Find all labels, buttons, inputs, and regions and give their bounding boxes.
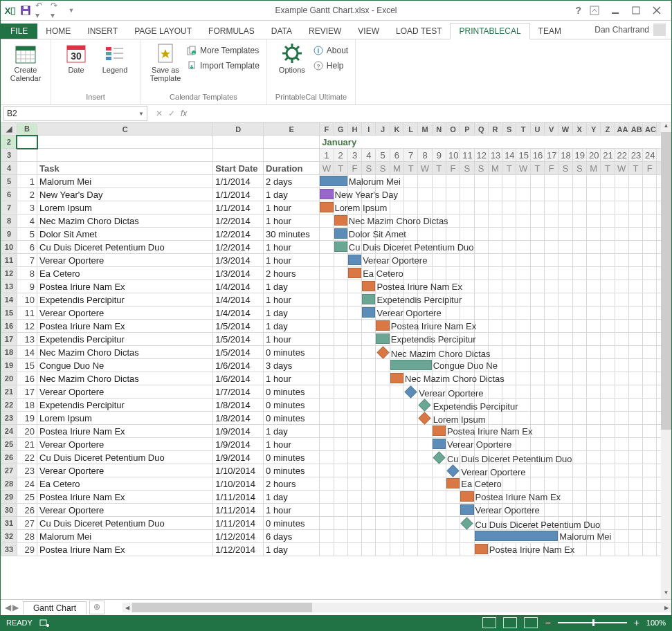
- task-name-cell[interactable]: Nec Mazim Choro Dictas: [37, 372, 213, 385]
- gantt-cell[interactable]: [615, 372, 628, 385]
- row-header[interactable]: 13: [1, 280, 17, 293]
- gantt-cell[interactable]: [628, 320, 642, 333]
- duration-cell[interactable]: 1 hour: [264, 438, 320, 451]
- gantt-cell[interactable]: [347, 451, 361, 464]
- col-header[interactable]: O: [446, 123, 460, 136]
- gantt-cell[interactable]: [432, 320, 446, 333]
- gantt-cell[interactable]: [586, 372, 600, 385]
- gantt-cell[interactable]: [572, 267, 586, 280]
- gantt-cell[interactable]: [601, 477, 615, 491]
- start-date-cell[interactable]: 1/2/2014: [213, 241, 264, 254]
- task-name-cell[interactable]: Postea Iriure Nam Ex: [37, 320, 213, 333]
- gantt-cell[interactable]: [474, 425, 488, 438]
- gantt-cell[interactable]: [362, 214, 376, 228]
- gantt-cell[interactable]: [347, 504, 361, 517]
- gantt-cell[interactable]: [586, 412, 600, 425]
- gantt-cell[interactable]: [516, 307, 530, 320]
- gantt-cell[interactable]: [376, 175, 390, 188]
- duration-cell[interactable]: 0 minutes: [264, 346, 320, 359]
- start-date-cell[interactable]: 1/2/2014: [213, 228, 264, 241]
- task-name-cell[interactable]: Cu Duis Diceret Petentium Duo: [37, 451, 213, 464]
- gantt-cell[interactable]: [628, 491, 642, 504]
- gantt-cell[interactable]: [404, 188, 418, 201]
- gantt-cell[interactable]: [334, 188, 347, 201]
- gantt-cell[interactable]: [572, 504, 586, 517]
- gantt-cell[interactable]: [643, 320, 657, 333]
- gantt-cell[interactable]: [572, 320, 586, 333]
- start-date-cell[interactable]: 1/7/2014: [213, 385, 264, 399]
- gantt-cell[interactable]: [418, 280, 432, 293]
- gantt-cell[interactable]: [643, 464, 657, 477]
- gantt-cell[interactable]: [404, 228, 418, 241]
- gantt-cell[interactable]: [516, 254, 530, 267]
- gantt-cell[interactable]: [347, 293, 361, 307]
- gantt-cell[interactable]: [376, 267, 390, 280]
- row-header[interactable]: 30: [1, 504, 17, 517]
- gantt-cell[interactable]: [446, 372, 460, 385]
- gantt-cell[interactable]: [460, 175, 474, 188]
- row-header[interactable]: 20: [1, 372, 17, 385]
- gantt-cell[interactable]: [502, 399, 516, 412]
- gantt-cell[interactable]: [488, 477, 502, 491]
- gantt-cell[interactable]: [488, 543, 502, 556]
- gantt-cell[interactable]: [516, 280, 530, 293]
- task-number[interactable]: 25: [17, 491, 37, 504]
- col-header[interactable]: C: [37, 123, 213, 136]
- gantt-cell[interactable]: [320, 254, 334, 267]
- gantt-cell[interactable]: [404, 477, 418, 491]
- col-header[interactable]: Y: [586, 123, 600, 136]
- gantt-cell[interactable]: [502, 201, 516, 214]
- gantt-cell[interactable]: [362, 543, 376, 556]
- gantt-cell[interactable]: [530, 188, 544, 201]
- gantt-milestone[interactable]: Expetendis Percipitur: [418, 399, 432, 412]
- gantt-cell[interactable]: [446, 359, 460, 372]
- gantt-cell[interactable]: [460, 412, 474, 425]
- gantt-cell[interactable]: [601, 438, 615, 451]
- gantt-cell[interactable]: [530, 399, 544, 412]
- gantt-cell[interactable]: [474, 188, 488, 201]
- gantt-cell[interactable]: [488, 399, 502, 412]
- gantt-cell[interactable]: [418, 254, 432, 267]
- gantt-cell[interactable]: [643, 425, 657, 438]
- gantt-cell[interactable]: [643, 477, 657, 491]
- gantt-cell[interactable]: [601, 320, 615, 333]
- row-header[interactable]: 22: [1, 399, 17, 412]
- gantt-cell[interactable]: [347, 228, 361, 241]
- gantt-cell[interactable]: [516, 438, 530, 451]
- gantt-cell[interactable]: [628, 359, 642, 372]
- gantt-cell[interactable]: [586, 464, 600, 477]
- gantt-cell[interactable]: [390, 228, 403, 241]
- start-date-cell[interactable]: 1/10/2014: [213, 477, 264, 491]
- more-templates-button[interactable]: +More Templates: [186, 44, 260, 57]
- gantt-cell[interactable]: [446, 320, 460, 333]
- spreadsheet-grid[interactable]: ◢BCDEFGHIJKLMNOPQRSTUVWXYZAAABACA2Januar…: [1, 122, 671, 556]
- gantt-cell[interactable]: [460, 359, 474, 372]
- gantt-cell[interactable]: [320, 385, 334, 399]
- gantt-cell[interactable]: [320, 214, 334, 228]
- close-icon[interactable]: [649, 3, 664, 17]
- gantt-cell[interactable]: [502, 241, 516, 254]
- gantt-cell[interactable]: [320, 293, 334, 307]
- task-number[interactable]: 4: [17, 214, 37, 228]
- gantt-cell[interactable]: [334, 359, 347, 372]
- start-date-cell[interactable]: 1/9/2014: [213, 451, 264, 464]
- gantt-bar[interactable]: Postea Iriure Nam Ex: [432, 425, 446, 438]
- gantt-cell[interactable]: [446, 438, 460, 451]
- gantt-cell[interactable]: [601, 241, 615, 254]
- gantt-cell[interactable]: [390, 438, 403, 451]
- gantt-cell[interactable]: [516, 214, 530, 228]
- gantt-cell[interactable]: [334, 517, 347, 530]
- gantt-cell[interactable]: [572, 241, 586, 254]
- gantt-cell[interactable]: [488, 254, 502, 267]
- start-date-cell[interactable]: 1/9/2014: [213, 438, 264, 451]
- gantt-cell[interactable]: [488, 307, 502, 320]
- gantt-cell[interactable]: [474, 451, 488, 464]
- gantt-cell[interactable]: [320, 280, 334, 293]
- gantt-cell[interactable]: [586, 399, 600, 412]
- gantt-cell[interactable]: [545, 491, 559, 504]
- gantt-cell[interactable]: [334, 254, 347, 267]
- gantt-cell[interactable]: [418, 491, 432, 504]
- gantt-cell[interactable]: [643, 412, 657, 425]
- duration-cell[interactable]: 2 hours: [264, 477, 320, 491]
- gantt-cell[interactable]: [474, 267, 488, 280]
